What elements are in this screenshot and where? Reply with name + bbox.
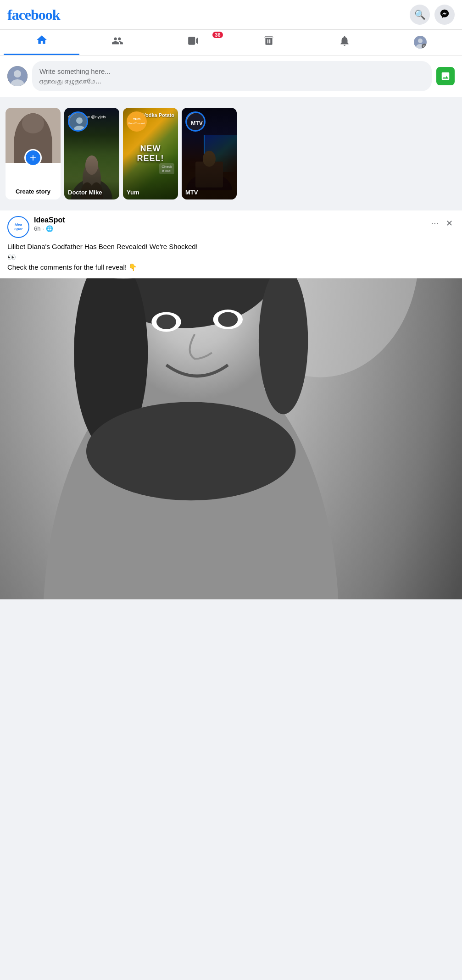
post-meta: IdeaSpot 6h · 🌐 (34, 216, 424, 232)
svg-point-34 (86, 402, 296, 500)
post-author-name[interactable]: IdeaSpot (34, 216, 424, 224)
story-overlay (64, 108, 119, 199)
post-text-line2: 👀 (7, 252, 455, 263)
nav-marketplace[interactable] (231, 30, 307, 55)
create-story-label: Create story (16, 188, 50, 195)
bw-photo (0, 278, 462, 599)
post-image (0, 278, 462, 599)
post-text-line1: Lilibet Diana's Godfather Has Been Revea… (7, 242, 455, 252)
bell-icon (339, 35, 351, 50)
search-icon: 🔍 (414, 9, 426, 20)
silhouette-head (22, 113, 44, 133)
svg-point-33 (218, 312, 238, 327)
settings-icon: ⚙ (422, 44, 427, 49)
post-close-button[interactable]: ✕ (444, 216, 455, 230)
stories-section: + Create story day with the @nyjets (0, 104, 462, 203)
yum-story-overlay (123, 108, 178, 199)
search-button[interactable]: 🔍 (410, 5, 430, 25)
mtv-label: MTV (185, 189, 233, 196)
photo-button[interactable] (436, 67, 455, 85)
post-text-line3: Check the comments for the full reveal! … (7, 262, 455, 273)
section-divider (0, 100, 462, 104)
svg-point-3 (418, 39, 423, 43)
video-badge: 36 (212, 32, 223, 38)
post-composer: Write something here... ஏதாவது எழுதலாமே.… (0, 55, 462, 97)
nav-home[interactable] (4, 30, 79, 55)
create-story-plus-icon: + (24, 149, 42, 166)
post-author-avatar[interactable]: idea Spot (7, 216, 29, 238)
nav-video[interactable]: 36 (155, 30, 231, 55)
svg-point-31 (156, 314, 176, 329)
stories-scroll: + Create story day with the @nyjets (0, 108, 462, 199)
nav-profile[interactable]: ⚙ (383, 30, 458, 55)
video-icon (187, 35, 199, 50)
main-nav: 36 ⚙ (0, 30, 462, 55)
create-story-bottom: Create story (6, 163, 61, 199)
nav-friends[interactable] (79, 30, 155, 55)
mtv-story-card[interactable]: MTV MTV (182, 108, 237, 199)
facebook-logo: facebook (7, 6, 60, 23)
yum-story-card[interactable]: Vodka Potato NEW REEL! Checkit out! YumF… (123, 108, 178, 199)
header-actions: 🔍 (410, 5, 455, 25)
create-story-card[interactable]: + Create story (6, 108, 61, 199)
post-input[interactable]: Write something here... ஏதாவது எழுதலாமே.… (32, 61, 432, 91)
friends-icon (111, 35, 123, 50)
time-dot: · (42, 225, 44, 232)
composer-avatar (7, 66, 28, 86)
svg-point-6 (14, 70, 21, 78)
marketplace-icon (263, 35, 275, 50)
doctor-mike-label: Doctor Mike (68, 189, 116, 196)
svg-rect-0 (188, 37, 195, 44)
home-icon (36, 34, 48, 49)
post-card: idea Spot IdeaSpot 6h · 🌐 ··· ✕ Lilibet … (0, 210, 462, 599)
post-header: idea Spot IdeaSpot 6h · 🌐 ··· ✕ (0, 210, 462, 242)
post-time: 6h (34, 225, 40, 232)
doctor-mike-story-card[interactable]: day with the @nyjets Doctor Mike (64, 108, 119, 199)
post-time-row: 6h · 🌐 (34, 225, 424, 232)
mtv-story-overlay (182, 108, 237, 199)
stories-post-divider (0, 207, 462, 210)
svg-marker-1 (196, 37, 198, 44)
nav-notifications[interactable] (307, 30, 383, 55)
visibility-icon: 🌐 (46, 225, 53, 232)
post-more-button[interactable]: ··· (429, 216, 440, 230)
messenger-icon (440, 9, 450, 21)
yum-label: Yum (127, 189, 174, 196)
post-content: Lilibet Diana's Godfather Has Been Revea… (0, 242, 462, 278)
app-header: facebook 🔍 (0, 0, 462, 30)
messenger-button[interactable] (434, 5, 455, 25)
post-actions: ··· ✕ (429, 216, 455, 230)
avatar: ⚙ (414, 36, 427, 49)
avatar-text: idea Spot (14, 222, 22, 231)
